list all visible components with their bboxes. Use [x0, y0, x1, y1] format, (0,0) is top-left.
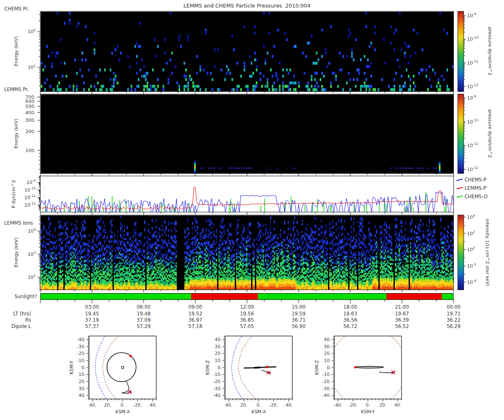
svg-text:0.: 0.	[218, 365, 222, 370]
svg-text:102: 102	[467, 230, 475, 236]
svg-text:-20.: -20.	[133, 402, 142, 407]
svg-text:-40.: -40.	[148, 402, 157, 407]
svg-text:10.: 10.	[215, 358, 222, 363]
svg-text:-40.: -40.	[334, 402, 343, 407]
orbit-plot-2: 40.30.20.10.0.-10.-20.-30.-40.40.20.0.-2…	[213, 336, 293, 407]
svg-text:0.: 0.	[121, 402, 125, 407]
svg-text:-40.: -40.	[323, 393, 331, 398]
svg-text:40.: 40.	[89, 402, 97, 407]
svg-text:10.: 10.	[79, 372, 86, 377]
svg-text:10-11: 10-11	[24, 194, 36, 200]
svg-text:-30.: -30.	[77, 344, 86, 349]
svg-text:100.: 100.	[26, 148, 36, 153]
svg-text:10.: 10.	[324, 358, 331, 363]
svg-text:-20.: -20.	[323, 379, 331, 384]
svg-text:102: 102	[28, 28, 36, 34]
svg-text:10-11: 10-11	[467, 60, 478, 66]
svg-text:10-10: 10-10	[24, 186, 36, 193]
svg-text:10-4: 10-4	[467, 279, 476, 285]
orbit-plot-3: 40.30.20.10.0.-10.-20.-30.-40.-40.-20.0.…	[323, 329, 407, 407]
svg-text:10-10: 10-10	[467, 118, 478, 125]
svg-text:300.: 300.	[26, 118, 36, 123]
svg-text:-20.: -20.	[77, 351, 86, 356]
svg-text:102: 102	[28, 274, 36, 280]
svg-text:40.: 40.	[324, 337, 331, 342]
svg-text:-20.: -20.	[269, 402, 278, 407]
svg-text:20.: 20.	[79, 379, 86, 384]
svg-text:-30.: -30.	[323, 386, 331, 391]
svg-text:500.: 500.	[26, 104, 36, 109]
ions-y-axis: 104103102	[28, 217, 40, 289]
lemms-pr-y-axis: 700.600.500.400.300.200.100.	[26, 94, 41, 169]
svg-text:10-11: 10-11	[467, 142, 478, 148]
svg-text:10-2: 10-2	[467, 262, 476, 269]
svg-text:20.: 20.	[240, 402, 247, 407]
svg-text:10-12: 10-12	[467, 83, 478, 89]
svg-text:30.: 30.	[79, 386, 86, 391]
svg-text:10-12: 10-12	[24, 202, 36, 208]
svg-text:-40.: -40.	[77, 337, 86, 342]
svg-text:-30.: -30.	[213, 386, 222, 391]
svg-text:20.: 20.	[379, 402, 386, 407]
svg-text:10-9: 10-9	[467, 94, 476, 101]
chems-pr-y-axis: 102101	[28, 14, 40, 86]
svg-text:-40.: -40.	[284, 402, 293, 407]
svg-text:100: 100	[467, 246, 475, 252]
pressure-lines	[40, 187, 454, 213]
svg-text:0.: 0.	[366, 402, 370, 407]
svg-text:-20.: -20.	[349, 402, 357, 407]
svg-text:-10.: -10.	[77, 358, 86, 363]
svg-text:20.: 20.	[104, 402, 111, 407]
svg-text:-10.: -10.	[323, 372, 331, 377]
svg-text:104: 104	[28, 228, 36, 234]
svg-text:-40.: -40.	[213, 393, 222, 398]
svg-text:0.: 0.	[257, 402, 261, 407]
svg-text:101: 101	[28, 64, 36, 70]
svg-text:30.: 30.	[215, 344, 222, 349]
svg-text:400.: 400.	[26, 110, 36, 116]
hour-ticks	[40, 92, 454, 303]
svg-text:-10.: -10.	[213, 372, 222, 377]
svg-text:0.: 0.	[81, 365, 86, 370]
svg-text:30.: 30.	[324, 344, 331, 349]
svg-text:40.: 40.	[79, 393, 86, 398]
svg-text:10-12: 10-12	[467, 166, 478, 172]
svg-text:10-9: 10-9	[467, 12, 476, 18]
plot-overlay-svg: 102101700.600.500.400.300.200.100.10-910…	[0, 0, 504, 420]
orbit-plot-1: -40.-30.-20.-10.0.10.20.30.40.40.20.0.-2…	[77, 336, 157, 407]
svg-text:10-10: 10-10	[467, 36, 478, 42]
svg-text:40.: 40.	[215, 337, 222, 342]
svg-text:40.: 40.	[226, 402, 233, 407]
svg-text:40.: 40.	[394, 402, 402, 407]
svg-text:20.: 20.	[324, 351, 331, 356]
svg-text:0.: 0.	[327, 365, 331, 370]
colorbar-intensity: 10410210010-210-4	[458, 214, 476, 290]
svg-text:20.: 20.	[215, 351, 222, 356]
svg-text:103: 103	[28, 251, 36, 257]
pressure-y-axis: 10-910-1010-1110-12	[24, 176, 40, 210]
plot-page: LEMMS and CHEMS Particle Pressures 2010:…	[0, 0, 504, 420]
colorbar-pressure-2: 10-910-1010-1110-12	[458, 94, 478, 173]
svg-text:10-9: 10-9	[26, 179, 36, 185]
svg-text:200.: 200.	[26, 129, 36, 134]
svg-text:-20.: -20.	[213, 379, 222, 384]
svg-text:104: 104	[467, 214, 475, 220]
colorbar-pressure-1: 10-910-1010-1110-12	[458, 11, 478, 92]
